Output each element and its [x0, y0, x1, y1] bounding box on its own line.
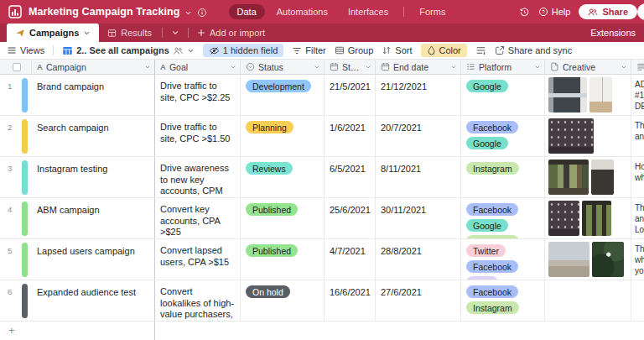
end-date-cell[interactable]: 20/7/2021 [376, 116, 461, 156]
status-cell[interactable]: Development [241, 75, 325, 115]
status-pill[interactable]: On hold [246, 285, 290, 298]
nav-tab-interfaces[interactable]: Interfaces [340, 4, 397, 19]
creative-cell[interactable] [545, 116, 631, 156]
table-tab-results[interactable]: Results [99, 24, 160, 42]
creative-cell[interactable] [545, 198, 631, 238]
base-info-icon[interactable] [197, 8, 207, 18]
platform-pill[interactable]: Instagram [466, 235, 519, 238]
start-date-cell[interactable]: 1/6/2021 [325, 116, 376, 156]
platform-pill[interactable]: Google [466, 80, 508, 92]
end-date-cell[interactable]: 8/11/2021 [376, 157, 461, 197]
column-header-notes[interactable] [631, 60, 644, 74]
column-menu-chevron-icon[interactable] [365, 64, 371, 71]
platform-cell[interactable]: Google [461, 75, 545, 115]
color-button[interactable]: Color [421, 44, 467, 57]
platform-pill[interactable]: Instagram [466, 162, 519, 175]
start-date-cell[interactable]: 6/5/2021 [325, 157, 376, 197]
row-utility-cell[interactable]: 4 [0, 198, 32, 238]
platform-cell[interactable]: Instagram [461, 157, 545, 197]
nav-tab-data[interactable]: Data [229, 4, 265, 19]
column-menu-chevron-icon[interactable] [144, 64, 151, 71]
row-height-button[interactable] [475, 45, 486, 55]
notes-cell[interactable]: Theand [631, 116, 644, 156]
creative-thumbnail-wall-lights[interactable] [548, 201, 579, 236]
row-utility-cell[interactable]: 1 [0, 75, 32, 115]
row-utility-cell[interactable]: 3 [0, 157, 32, 197]
platform-pill[interactable]: Google [466, 137, 508, 149]
filter-button[interactable]: Filter [292, 45, 325, 55]
column-header-end-date[interactable]: End date [376, 60, 461, 74]
column-header-platform[interactable]: Platform [461, 60, 545, 74]
campaign-cell[interactable]: ABM campaign [32, 198, 155, 238]
notes-cell[interactable]: Howh [631, 157, 644, 197]
goal-cell[interactable]: Convert key accounts, CPA >$25 [155, 198, 241, 238]
platform-pill[interactable]: Facebook [466, 260, 518, 273]
creative-cell[interactable] [545, 75, 631, 115]
end-date-cell[interactable]: 30/11/2021 [376, 198, 461, 238]
creative-cell[interactable] [545, 239, 631, 280]
creative-thumbnail-dark-corner[interactable] [591, 160, 614, 195]
platform-cell[interactable]: FacebookGoogle [461, 116, 545, 156]
nav-tab-forms[interactable]: Forms [411, 4, 454, 19]
status-cell[interactable]: Planning [241, 116, 325, 156]
status-pill[interactable]: Published [246, 203, 298, 216]
column-header-campaign[interactable]: A Campaign [32, 60, 155, 74]
status-cell[interactable]: On hold [241, 280, 325, 321]
row-utility-cell[interactable]: 5 [0, 239, 32, 280]
platform-pill[interactable]: Facebook [466, 121, 518, 133]
column-menu-chevron-icon[interactable] [450, 64, 457, 71]
row-utility-cell[interactable]: 2 [0, 116, 32, 156]
status-pill[interactable]: Development [246, 80, 311, 92]
column-menu-chevron-icon[interactable] [621, 64, 627, 71]
campaign-cell[interactable]: Search campaign [32, 116, 155, 156]
goal-cell[interactable]: Drive awareness to new key accounts, CPM… [155, 157, 241, 197]
column-header-status[interactable]: Status [241, 60, 325, 74]
notifications-button[interactable] [637, 3, 644, 20]
notes-cell[interactable]: Thewhyouare [631, 239, 644, 280]
start-date-cell[interactable]: 25/6/2021 [325, 198, 376, 238]
platform-cell[interactable]: FacebookInstagram [461, 280, 545, 321]
nav-tab-automations[interactable]: Automations [268, 4, 336, 19]
goal-cell[interactable]: Drive traffic to site, CPC >$1.50 [155, 116, 241, 156]
campaign-cell[interactable]: Brand campaign [32, 75, 155, 115]
add-or-import-button[interactable]: Add or import [190, 24, 272, 42]
end-date-cell[interactable]: 27/6/2021 [376, 280, 461, 321]
add-row-button[interactable]: + [8, 324, 15, 340]
history-icon[interactable] [519, 7, 530, 18]
base-title-chevron-icon[interactable] [184, 9, 192, 17]
share-button[interactable]: Share [579, 4, 637, 19]
hidden-fields-button[interactable]: 1 hidden field [203, 44, 283, 57]
base-title[interactable]: Marketing Campaign Tracking [29, 6, 180, 18]
row-utility-cell[interactable]: 6 [0, 280, 32, 321]
platform-cell[interactable]: FacebookGoogleInstagram [461, 198, 545, 238]
platform-pill[interactable]: Twitter [466, 244, 506, 257]
column-menu-chevron-icon[interactable] [534, 64, 541, 71]
status-pill[interactable]: Reviews [246, 162, 293, 175]
column-header-start-date[interactable]: Start d... [325, 60, 376, 74]
column-header-creative[interactable]: Creative [545, 60, 631, 74]
base-logo-icon[interactable] [8, 5, 22, 18]
platform-pill[interactable]: Facebook [466, 203, 518, 216]
view-switcher[interactable]: 2.. See all campaigns [62, 45, 195, 56]
platform-pill[interactable]: Print [466, 276, 498, 280]
creative-thumbnail-door-handle[interactable] [548, 77, 587, 112]
column-menu-chevron-icon[interactable] [230, 64, 236, 71]
platform-pill[interactable]: Google [466, 219, 508, 232]
column-menu-chevron-icon[interactable] [314, 64, 320, 71]
sort-button[interactable]: Sort [382, 45, 412, 55]
notes-cell[interactable]: TheandLo [631, 198, 644, 238]
status-pill[interactable]: Published [246, 244, 298, 257]
campaign-cell[interactable]: Instagram testing [32, 157, 155, 197]
creative-cell[interactable] [545, 280, 631, 321]
goal-cell[interactable]: Convert lookalikes of high-value purchas… [155, 280, 241, 321]
creative-thumbnail-white-interior[interactable] [589, 77, 612, 112]
end-date-cell[interactable]: 21/12/2021 [376, 75, 461, 115]
views-button[interactable]: Views [7, 45, 44, 55]
goal-cell[interactable]: Convert lapsed users, CPA >$15 [155, 239, 241, 280]
notes-cell[interactable]: AD#1 DEpro [631, 75, 644, 115]
help-button[interactable]: ? Help [538, 7, 571, 17]
platform-pill[interactable]: Facebook [466, 285, 518, 298]
status-cell[interactable]: Published [241, 239, 325, 280]
creative-cell[interactable] [545, 157, 631, 197]
status-pill[interactable]: Planning [246, 121, 293, 133]
